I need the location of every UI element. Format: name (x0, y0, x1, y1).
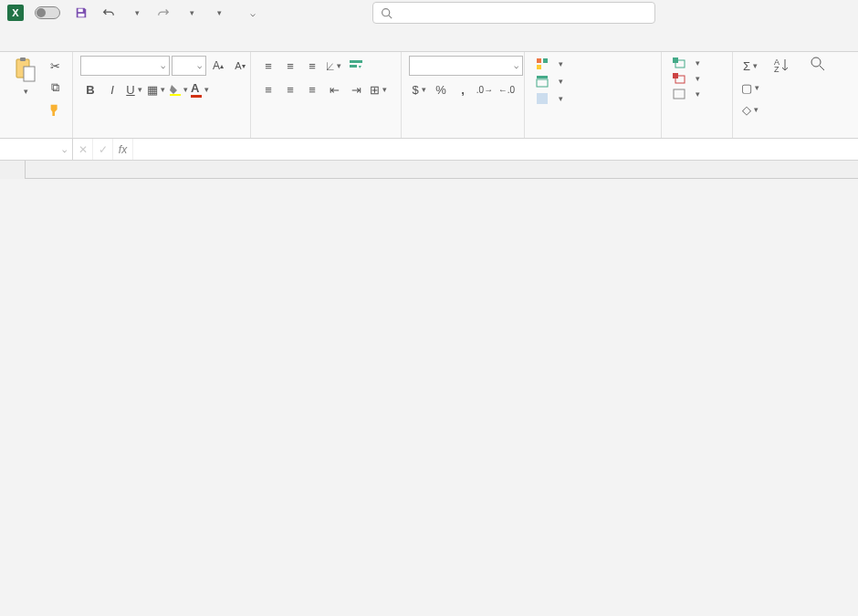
align-bottom-icon[interactable]: ≡ (302, 56, 322, 76)
svg-rect-17 (673, 57, 678, 63)
enter-formula-icon[interactable]: ✓ (93, 139, 113, 160)
cells-label (669, 134, 725, 136)
format-painter-icon[interactable] (45, 99, 65, 120)
svg-text:Z: Z (774, 65, 780, 74)
conditional-formatting-button[interactable] (532, 56, 567, 72)
font-label (80, 134, 243, 136)
svg-rect-5 (20, 57, 26, 61)
save-icon[interactable] (71, 3, 91, 23)
autosum-icon[interactable]: Σ (740, 56, 760, 76)
increase-font-icon[interactable]: A▴ (208, 56, 228, 76)
wrap-text-icon[interactable] (346, 56, 366, 76)
alignment-group: ≡ ≡ ≡ ⟀ ≡ ≡ ≡ ⇤ ⇥ ⊞ (251, 52, 402, 138)
format-cells-button[interactable] (669, 87, 704, 101)
insert-function-icon[interactable]: fx (113, 139, 133, 160)
orientation-icon[interactable]: ⟀ (324, 56, 344, 76)
underline-icon[interactable]: U (124, 79, 144, 99)
styles-label (532, 134, 654, 136)
svg-line-24 (820, 66, 824, 70)
svg-rect-20 (674, 89, 685, 99)
percent-icon[interactable]: % (431, 79, 451, 99)
paste-button[interactable] (7, 56, 41, 96)
redo-dropdown[interactable] (181, 3, 201, 23)
number-format-combo[interactable]: ⌵ (409, 56, 523, 76)
clear-icon[interactable]: ◇ (740, 99, 760, 120)
align-left-icon[interactable]: ≡ (258, 79, 278, 99)
chevron-down-icon: ⌵ (250, 8, 256, 18)
cut-icon[interactable]: ✂ (45, 56, 65, 76)
copy-icon[interactable]: ⧉ (45, 78, 65, 98)
cell-styles-button[interactable] (532, 90, 567, 107)
delete-cells-button[interactable] (669, 71, 704, 86)
format-as-table-button[interactable] (532, 73, 567, 89)
clipboard-label (7, 134, 65, 136)
number-label (409, 134, 517, 136)
decrease-indent-icon[interactable]: ⇤ (324, 79, 344, 99)
formula-bar: ⌵ ✕ ✓ fx (0, 139, 858, 161)
comma-icon[interactable]: , (453, 79, 473, 99)
column-headers (0, 161, 858, 179)
worksheet-grid[interactable] (0, 161, 858, 179)
editing-label (740, 134, 835, 136)
cells-group (662, 52, 733, 138)
align-middle-icon[interactable]: ≡ (280, 56, 300, 76)
document-title[interactable]: ⌵ (246, 8, 256, 18)
insert-cells-button[interactable] (669, 56, 704, 70)
increase-indent-icon[interactable]: ⇥ (346, 79, 366, 99)
svg-rect-7 (170, 94, 181, 96)
search-box[interactable] (372, 2, 655, 24)
ribbon-tabs (0, 26, 858, 51)
svg-rect-12 (537, 65, 541, 69)
font-group: ⌵ ⌵ A▴ A▾ B I U ▦ A (73, 52, 251, 138)
italic-icon[interactable]: I (102, 79, 122, 99)
title-bar: X ⌵ (0, 0, 858, 26)
accounting-format-icon[interactable]: $ (409, 79, 429, 99)
qat-customize[interactable] (208, 3, 228, 23)
fill-color-icon[interactable] (168, 79, 188, 99)
name-box[interactable]: ⌵ (0, 139, 73, 160)
number-group: ⌵ $ % , .0→ ←.0 (402, 52, 525, 138)
editing-group: Σ ▢ ◇ AZ (733, 52, 842, 138)
borders-icon[interactable]: ▦ (146, 79, 166, 99)
svg-rect-15 (537, 93, 548, 104)
svg-rect-9 (350, 65, 357, 68)
alignment-label (258, 134, 393, 136)
search-icon (381, 7, 392, 19)
cancel-formula-icon[interactable]: ✕ (73, 139, 93, 160)
increase-decimal-icon[interactable]: .0→ (475, 79, 495, 99)
redo-icon[interactable] (153, 3, 173, 23)
svg-rect-1 (78, 14, 85, 17)
undo-dropdown[interactable] (126, 3, 146, 23)
ribbon: ✂ ⧉ ⌵ ⌵ A▴ A▾ B I U ▦ A (0, 51, 858, 139)
bold-icon[interactable]: B (80, 79, 100, 99)
font-name-combo[interactable]: ⌵ (80, 56, 170, 76)
font-color-icon[interactable]: A (190, 79, 210, 99)
find-select-button[interactable] (802, 56, 833, 74)
clipboard-group: ✂ ⧉ (0, 52, 73, 138)
sort-filter-button[interactable]: AZ (764, 56, 799, 76)
svg-rect-14 (537, 79, 548, 87)
font-size-combo[interactable]: ⌵ (172, 56, 206, 76)
align-top-icon[interactable]: ≡ (258, 56, 278, 76)
styles-group (525, 52, 662, 138)
svg-rect-19 (673, 73, 678, 78)
toggle-off-icon[interactable] (35, 6, 60, 19)
svg-rect-6 (24, 67, 35, 81)
svg-rect-10 (537, 58, 541, 63)
autosave-toggle[interactable] (31, 6, 64, 19)
svg-rect-0 (78, 9, 83, 13)
select-all-corner[interactable] (0, 161, 26, 179)
decrease-font-icon[interactable]: A▾ (230, 56, 250, 76)
align-right-icon[interactable]: ≡ (302, 79, 322, 99)
fill-icon[interactable]: ▢ (740, 78, 760, 98)
svg-line-3 (389, 15, 392, 17)
align-center-icon[interactable]: ≡ (280, 79, 300, 99)
svg-point-23 (811, 57, 821, 67)
decrease-decimal-icon[interactable]: ←.0 (497, 79, 517, 99)
undo-icon[interactable] (99, 3, 119, 23)
svg-point-2 (382, 8, 390, 16)
svg-rect-8 (350, 60, 362, 63)
svg-rect-13 (537, 76, 548, 78)
merge-center-icon[interactable]: ⊞ (368, 79, 388, 99)
excel-logo-icon: X (7, 5, 24, 21)
